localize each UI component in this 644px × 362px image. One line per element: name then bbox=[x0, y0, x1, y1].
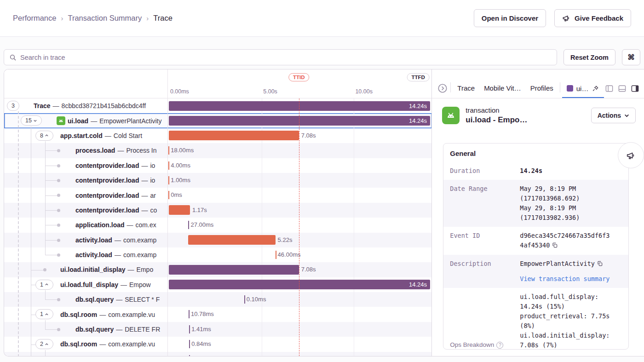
span-label: app.start.cold—Cold Start bbox=[60, 128, 142, 143]
span-count-badge[interactable]: 1 bbox=[35, 309, 53, 319]
span-count-badge[interactable]: 1 bbox=[35, 280, 53, 290]
trace-row[interactable]: 15ui.load—EmpowerPlantActivity14.24s bbox=[4, 113, 431, 128]
trace-row-chart[interactable]: 0.84ms bbox=[167, 337, 431, 351]
collapse-panel-icon[interactable] bbox=[437, 83, 448, 93]
span-op: db.sql.query bbox=[75, 296, 114, 303]
trace-row-chart[interactable]: 27.00ms bbox=[167, 218, 431, 232]
trace-row-chart[interactable]: 5.22s bbox=[167, 233, 431, 247]
span-duration-bar[interactable] bbox=[169, 131, 299, 140]
trace-row[interactable]: ui.load.initial_display—Empo7.08s bbox=[4, 262, 431, 277]
span-duration-tick[interactable] bbox=[189, 340, 190, 348]
reset-zoom-button[interactable]: Reset Zoom bbox=[564, 49, 615, 65]
trace-row[interactable]: db.sql.query—SELECT * F0.10ms bbox=[4, 292, 431, 307]
span-duration-bar[interactable]: 14.24s bbox=[169, 280, 430, 289]
span-duration-tick[interactable] bbox=[168, 176, 169, 184]
op-desc-separator: — bbox=[116, 326, 122, 333]
span-duration-bar[interactable]: 14.24s bbox=[169, 101, 430, 111]
trace-row[interactable]: db.sql.query—INSERT OR0.70ms bbox=[4, 352, 431, 356]
trace-row[interactable]: activity.load—com.examp5.22s bbox=[4, 233, 431, 247]
trace-row[interactable]: contentprovider.load—io1.00ms bbox=[4, 173, 431, 188]
tab-Trace[interactable]: Trace bbox=[453, 84, 479, 98]
breadcrumb-item-trace[interactable]: Trace bbox=[153, 14, 172, 23]
help-icon[interactable]: ? bbox=[496, 342, 503, 349]
span-count-badge[interactable]: 8 bbox=[35, 131, 53, 141]
open-in-discover-button[interactable]: Open in Discover bbox=[474, 9, 546, 27]
trace-row-chart[interactable]: 1.17s bbox=[167, 203, 431, 218]
tree-chart-divider[interactable] bbox=[167, 69, 168, 356]
breadcrumb-separator: › bbox=[61, 14, 63, 22]
tab-Profiles[interactable]: Profiles bbox=[526, 84, 558, 98]
trace-row-chart[interactable]: 1.41ms bbox=[167, 322, 431, 337]
span-duration-tick[interactable] bbox=[188, 221, 189, 229]
trace-row[interactable]: 2db.sql.room—com.example.vu0.84ms bbox=[4, 337, 431, 351]
span-duration-tick[interactable] bbox=[276, 251, 276, 259]
span-duration-label: 7.08s bbox=[301, 128, 316, 143]
detail-value: May 29, 8:19 PM (1717013968.692)May 29, … bbox=[520, 184, 610, 223]
copy-icon[interactable] bbox=[597, 260, 603, 270]
span-duration-bar[interactable] bbox=[188, 235, 275, 245]
trace-row[interactable]: application.load—com.ex27.00ms bbox=[4, 218, 431, 232]
trace-row-chart[interactable]: 7.08s bbox=[167, 262, 431, 277]
trace-row-chart[interactable]: 1.00ms bbox=[167, 173, 431, 188]
pin-tab-icon[interactable] bbox=[592, 85, 599, 92]
span-label: activity.load—com.examp bbox=[75, 233, 156, 247]
span-duration-tick[interactable] bbox=[189, 355, 190, 356]
span-duration-tick[interactable] bbox=[189, 310, 190, 318]
trace-row[interactable]: 3Trace—8cbbcd38721b415ab6cbdc4ff14.24s bbox=[4, 98, 431, 113]
copy-icon[interactable] bbox=[552, 241, 558, 251]
tab-ui[interactable]: ui… bbox=[562, 85, 604, 98]
trace-row-chart[interactable]: 4.00ms bbox=[167, 158, 431, 173]
trace-row-chart[interactable]: 18.00ms bbox=[167, 143, 431, 158]
trace-row[interactable]: contentprovider.load—ar0ms bbox=[4, 188, 431, 202]
span-duration-tick[interactable] bbox=[244, 295, 245, 304]
trace-row-tree: contentprovider.load—io bbox=[4, 158, 167, 173]
trace-row-chart[interactable]: 10.78ms bbox=[167, 307, 431, 322]
trace-row-chart[interactable]: 14.24s bbox=[167, 277, 431, 292]
tab-separator bbox=[560, 82, 560, 92]
trace-row[interactable]: 1ui.load.full_display—Empow14.24s bbox=[4, 277, 431, 292]
breadcrumb-item-performance[interactable]: Performance bbox=[13, 14, 56, 23]
tab-Mobile Vit[interactable]: Mobile Vit… bbox=[479, 84, 526, 98]
span-duration-bar[interactable] bbox=[169, 205, 190, 215]
feedback-circle-button[interactable] bbox=[618, 142, 644, 168]
actions-button[interactable]: Actions bbox=[591, 108, 636, 123]
trace-row-chart[interactable]: 46.00ms bbox=[167, 247, 431, 262]
timeline-header[interactable]: TTID TTFD 0.00ms5.00s10.00s bbox=[4, 69, 431, 98]
trace-row[interactable]: activity.load—com.examp46.00ms bbox=[4, 247, 431, 262]
trace-row[interactable]: contentprovider.load—io4.00ms bbox=[4, 158, 431, 173]
trace-row[interactable]: contentprovider.load—co1.17s bbox=[4, 203, 431, 218]
trace-row[interactable]: db.sql.query—DELETE FR1.41ms bbox=[4, 322, 431, 337]
give-feedback-button[interactable]: Give Feedback bbox=[554, 9, 631, 27]
layout-left-panel-icon[interactable] bbox=[605, 84, 614, 93]
trace-row-chart[interactable]: 7.08s bbox=[167, 128, 431, 143]
span-op: ui.load.full_display bbox=[60, 281, 118, 288]
breadcrumb-item-transaction-summary[interactable]: Transaction Summary bbox=[68, 14, 142, 23]
span-duration-tick[interactable] bbox=[168, 161, 169, 170]
trace-row-chart[interactable]: 14.24s bbox=[167, 98, 431, 113]
span-duration-tick[interactable] bbox=[189, 325, 190, 333]
span-count-badge[interactable]: 15 bbox=[21, 115, 42, 126]
search-box[interactable] bbox=[4, 49, 557, 65]
span-count-badge[interactable]: 3 bbox=[7, 101, 19, 111]
span-duration-bar[interactable] bbox=[169, 265, 299, 275]
trace-row-chart[interactable]: 0ms bbox=[167, 188, 431, 202]
trace-row[interactable]: 1db.sql.room—com.example.vu10.78ms bbox=[4, 307, 431, 322]
span-duration-tick[interactable] bbox=[168, 146, 169, 155]
search-input[interactable] bbox=[20, 54, 552, 61]
span-duration-tick[interactable] bbox=[168, 191, 169, 199]
trace-row-tree: contentprovider.load—co bbox=[4, 203, 167, 218]
layout-bottom-panel-icon[interactable] bbox=[618, 84, 627, 93]
command-shortcut-button[interactable]: ⌘ bbox=[622, 49, 640, 65]
trace-row[interactable]: process.load—Process In18.00ms bbox=[4, 143, 431, 158]
trace-row-chart[interactable]: 14.24s bbox=[167, 113, 431, 128]
trace-row[interactable]: 8app.start.cold—Cold Start7.08s bbox=[4, 128, 431, 143]
op-desc-separator: — bbox=[116, 296, 122, 303]
span-duration-bar[interactable]: 14.24s bbox=[169, 116, 430, 126]
ttid-marker-pill[interactable]: TTID bbox=[288, 73, 310, 81]
trace-row-chart[interactable]: 0.10ms bbox=[167, 292, 431, 307]
span-count-badge[interactable]: 2 bbox=[35, 339, 53, 349]
trace-row-chart[interactable]: 0.70ms bbox=[167, 352, 431, 356]
view-transaction-summary-link[interactable]: View transaction summary bbox=[520, 274, 610, 284]
layout-right-panel-icon[interactable] bbox=[631, 84, 639, 93]
ttfd-marker-pill[interactable]: TTFD bbox=[407, 73, 429, 81]
